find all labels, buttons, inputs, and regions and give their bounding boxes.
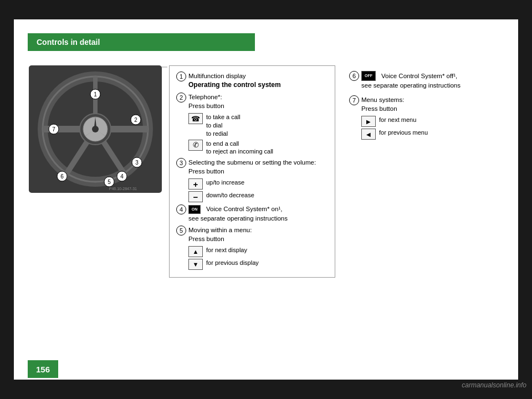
page-number: 156 <box>36 365 50 374</box>
item-1: 1 Multifunction display Operating the co… <box>176 71 328 90</box>
item-4-text: ON Voice Control System* on¹, see separa… <box>188 204 288 222</box>
item-5-icon-1: ▲ for next display <box>188 246 328 257</box>
item-5-text: Moving within a menu: Press button <box>188 226 252 243</box>
plus-icon: + <box>188 178 203 190</box>
minus-icon: − <box>188 191 203 202</box>
instruction-box: 1 Multifunction display Operating the co… <box>169 65 335 278</box>
item-2-text: Telephone*: Press button <box>188 93 224 110</box>
item-2-num: 2 <box>176 93 186 103</box>
item-6-text: OFF Voice Control System* off¹, see sepa… <box>361 71 461 90</box>
steering-wheel-image: 1 2 3 4 5 6 7 P46.10-2847-31 <box>29 65 167 198</box>
item-5-num: 5 <box>176 226 186 236</box>
item-2-icon-1: ☎ to take a callto dialto redial <box>188 113 328 138</box>
item-1-num: 1 <box>176 71 186 81</box>
item-4: 4 ON Voice Control System* on¹, see sepa… <box>176 204 328 222</box>
item-3: 3 Selecting the submenu or setting the v… <box>176 158 328 176</box>
item-3-num: 3 <box>176 158 186 168</box>
item-5: 5 Moving within a menu: Press button <box>176 226 328 243</box>
phone-pickup-icon: ☎ <box>188 113 203 124</box>
item-3-icon-2: − down/to decrease <box>188 191 328 202</box>
item-5-icon-2: ▼ for previous display <box>188 259 328 270</box>
phone-end-icon: ✆ <box>188 140 203 151</box>
prev-display-icon: ▼ <box>188 259 203 270</box>
instruction-box-right: 6 OFF Voice Control System* off¹, see se… <box>342 65 500 147</box>
next-menu-icon: ▶ <box>361 116 376 127</box>
svg-text:6: 6 <box>60 173 64 180</box>
item-2: 2 Telephone*: Press button <box>176 93 328 110</box>
svg-text:4: 4 <box>120 173 124 180</box>
header-bar: Controls in detail <box>28 33 255 51</box>
item-7-num: 7 <box>349 95 359 105</box>
item-6-num: 6 <box>349 71 359 81</box>
item-3-text: Selecting the submenu or setting the vol… <box>188 158 316 176</box>
header-title: Controls in detail <box>37 38 100 47</box>
svg-point-13 <box>92 126 99 132</box>
page-number-box: 156 <box>28 360 58 378</box>
svg-text:7: 7 <box>52 126 55 132</box>
voice-off-icon: OFF <box>361 71 376 81</box>
item-7-icon-2: ◀ for previous menu <box>361 129 494 140</box>
item-3-icon-1: + up/to increase <box>188 178 328 190</box>
voice-on-icon: ON <box>188 205 201 214</box>
svg-text:1: 1 <box>94 91 97 98</box>
item-7: 7 Menu systems: Press button <box>349 95 494 113</box>
item-6: 6 OFF Voice Control System* off¹, see se… <box>349 71 494 90</box>
item-7-text: Menu systems: Press button <box>361 95 404 113</box>
item-4-num: 4 <box>176 204 186 214</box>
svg-text:3: 3 <box>135 160 139 166</box>
svg-text:5: 5 <box>108 179 111 185</box>
svg-text:P46.10-2847-31: P46.10-2847-31 <box>109 187 137 191</box>
item-7-icon-1: ▶ for next menu <box>361 116 494 127</box>
item-2-icon-2: ✆ to end a callto reject an incoming cal… <box>188 140 328 156</box>
item-1-text: Multifunction display Operating the cont… <box>188 71 281 90</box>
next-display-icon: ▲ <box>188 246 203 257</box>
watermark: carmanualsonline.info <box>462 381 526 389</box>
svg-text:2: 2 <box>134 117 137 123</box>
prev-menu-icon: ◀ <box>361 129 376 140</box>
